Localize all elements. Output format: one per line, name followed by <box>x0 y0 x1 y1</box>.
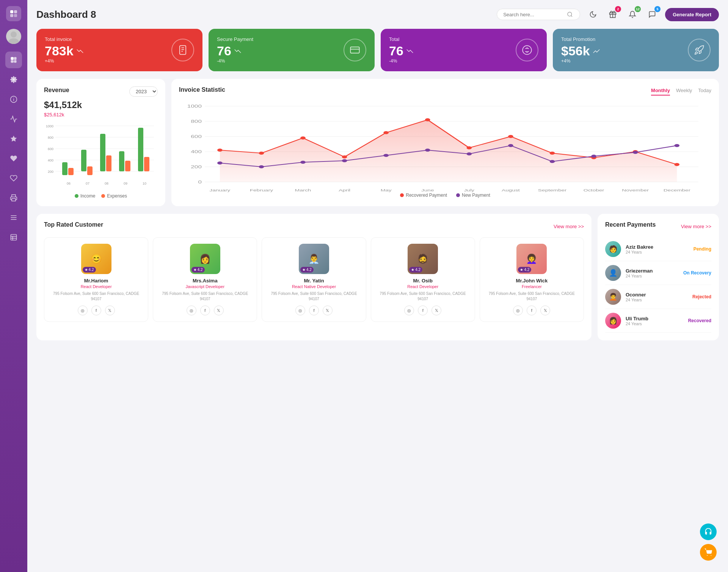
fab-cart[interactable] <box>700 544 717 561</box>
payment-age-0: 24 Years <box>626 250 689 254</box>
customer-role-0: React Developer <box>49 284 143 289</box>
rating-badge-0: ★4.2 <box>83 267 96 273</box>
svg-text:400: 400 <box>48 158 53 162</box>
svg-point-104 <box>591 155 596 158</box>
invoice-tabs: Monthly Weekly Today <box>651 88 711 96</box>
svg-text:July: July <box>464 188 475 192</box>
customer-socials-3: ◎ f 𝕏 <box>376 306 470 315</box>
fab-support[interactable] <box>700 523 717 540</box>
customer-role-1: Javascript Developer <box>158 284 252 289</box>
revenue-sub-amount: $25,612k <box>44 112 158 118</box>
facebook-0[interactable]: f <box>91 306 101 315</box>
svg-text:600: 600 <box>191 135 202 139</box>
customer-socials-1: ◎ f 𝕏 <box>158 306 252 315</box>
customers-view-more[interactable]: View more >> <box>554 224 584 229</box>
twitter-1[interactable]: 𝕏 <box>214 306 224 315</box>
svg-rect-3 <box>14 14 17 17</box>
payment-avatar-1: 👤 <box>605 265 621 281</box>
stat-trend-total: -4% <box>389 58 413 64</box>
revenue-legend: Income Expenses <box>44 193 158 199</box>
sidebar-item-print[interactable] <box>5 190 22 206</box>
sidebar-item-menu[interactable] <box>5 209 22 226</box>
trend-icon-payment <box>234 48 241 55</box>
sidebar-item-dashboard[interactable] <box>5 52 22 68</box>
stat-card-promotion: Total Promotion $56k +4% <box>553 29 719 71</box>
instagram-2[interactable]: ◎ <box>295 306 305 315</box>
svg-point-96 <box>259 165 264 168</box>
svg-point-86 <box>342 155 347 158</box>
payment-item-3: 👩 Uli Trumb 24 Years Recovered <box>605 309 711 333</box>
svg-text:09: 09 <box>124 182 127 185</box>
svg-text:March: March <box>295 188 311 192</box>
stat-icon-invoice <box>171 39 194 61</box>
facebook-1[interactable]: f <box>200 306 210 315</box>
instagram-1[interactable]: ◎ <box>187 306 196 315</box>
tab-weekly[interactable]: Weekly <box>676 88 692 96</box>
notifications-button[interactable]: 12 <box>626 8 639 21</box>
stat-value-total: 76 <box>389 44 403 58</box>
invoice-header: Invoice Statistic Monthly Weekly Today <box>179 86 711 96</box>
instagram-4[interactable]: ◎ <box>513 306 523 315</box>
payment-item-0: 🧑 Aziz Bakree 24 Years Pending <box>605 237 711 261</box>
svg-text:1000: 1000 <box>46 124 53 128</box>
trend-icon-total <box>406 48 413 55</box>
customer-role-2: React Native Developer <box>267 284 361 289</box>
search-bar[interactable] <box>497 9 580 20</box>
sidebar-item-info[interactable] <box>5 91 22 108</box>
top-customers-card: Top Rated Customer View more >> 😊 ★4.2 M… <box>36 214 592 340</box>
stat-value-promotion: $56k <box>561 44 590 58</box>
rating-badge-4: ★4.2 <box>518 267 531 273</box>
customer-name-4: Mr.John Wick <box>485 278 579 284</box>
user-avatar[interactable] <box>6 29 21 44</box>
year-selector[interactable]: 2023 2022 2021 <box>129 86 158 97</box>
sidebar-item-list[interactable] <box>5 229 22 246</box>
instagram-0[interactable]: ◎ <box>78 306 88 315</box>
svg-rect-52 <box>100 134 105 171</box>
sidebar-item-settings[interactable] <box>5 71 22 88</box>
twitter-4[interactable]: 𝕏 <box>540 306 550 315</box>
legend-income: Income <box>75 193 95 199</box>
twitter-0[interactable]: 𝕏 <box>105 306 115 315</box>
instagram-3[interactable]: ◎ <box>404 306 414 315</box>
svg-rect-30 <box>350 47 359 53</box>
app-logo[interactable] <box>6 6 21 21</box>
trend-up-icon <box>593 48 600 55</box>
payment-name-3: Uli Trumb <box>626 316 684 321</box>
search-input[interactable] <box>503 12 564 17</box>
customer-card-2: 👨‍💼 ★4.2 Mr. Yatin React Native Develope… <box>262 237 366 322</box>
messages-button[interactable]: 5 <box>645 8 659 21</box>
rating-badge-1: ★4.2 <box>191 267 205 273</box>
twitter-2[interactable]: 𝕏 <box>323 306 333 315</box>
payment-status-1: On Recovery <box>683 270 711 276</box>
svg-line-23 <box>571 16 572 17</box>
tab-today[interactable]: Today <box>698 88 711 96</box>
customer-avatar-0: 😊 ★4.2 <box>81 244 111 274</box>
sidebar-item-favorites[interactable] <box>5 130 22 147</box>
facebook-2[interactable]: f <box>309 306 319 315</box>
stat-label-promotion: Total Promotion <box>561 36 600 42</box>
svg-text:10: 10 <box>143 182 146 185</box>
payments-view-more[interactable]: View more >> <box>681 224 711 229</box>
search-icon <box>567 11 573 17</box>
payments-header: Recent Payments View more >> <box>605 221 711 231</box>
svg-point-99 <box>383 154 389 157</box>
twitter-3[interactable]: 𝕏 <box>431 306 441 315</box>
sidebar-item-analytics[interactable] <box>5 111 22 127</box>
customers-title: Top Rated Customer <box>44 221 103 228</box>
facebook-4[interactable]: f <box>527 306 537 315</box>
generate-report-button[interactable]: Generate Report <box>665 8 719 21</box>
gift-button[interactable]: 2 <box>606 8 620 21</box>
sidebar-item-heart[interactable] <box>5 150 22 167</box>
facebook-3[interactable]: f <box>418 306 428 315</box>
expenses-dot <box>101 194 105 198</box>
payment-name-1: Griezerman <box>626 268 679 274</box>
payment-age-3: 24 Years <box>626 321 684 326</box>
tab-monthly[interactable]: Monthly <box>651 88 670 96</box>
gift-icon <box>609 11 617 18</box>
bell-badge: 12 <box>635 6 641 12</box>
svg-point-84 <box>259 152 264 155</box>
sidebar-item-wishlist[interactable] <box>5 170 22 186</box>
dark-mode-toggle[interactable] <box>586 8 600 21</box>
svg-rect-2 <box>10 14 13 17</box>
header-right: 2 12 5 Generate Report <box>497 8 719 21</box>
